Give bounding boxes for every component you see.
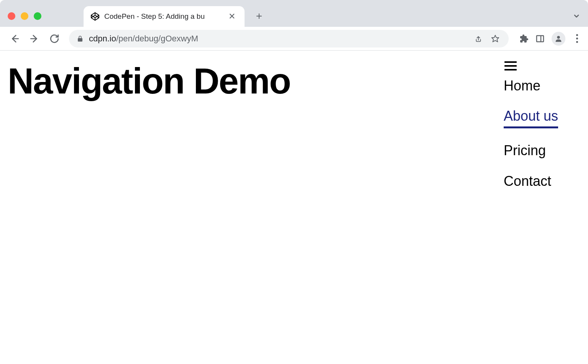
forward-button[interactable] (26, 30, 43, 47)
window-controls (8, 12, 41, 20)
browser-chrome: CodePen - Step 5: Adding a bu ✕ + (0, 0, 588, 51)
nav-link-contact[interactable]: Contact (504, 173, 551, 189)
minimize-window-button[interactable] (21, 12, 28, 20)
url-path: /pen/debug/gOexwyM (116, 34, 198, 44)
page-navigation: Home About us Pricing Contact (504, 61, 580, 203)
back-button[interactable] (6, 30, 23, 47)
side-panel-button[interactable] (535, 34, 545, 43)
nav-link-pricing[interactable]: Pricing (504, 142, 546, 159)
profile-button[interactable] (552, 32, 565, 46)
new-tab-button[interactable]: + (251, 8, 267, 24)
nav-link-home[interactable]: Home (504, 77, 540, 94)
url-text: cdpn.io/pen/debug/gOexwyM (89, 34, 467, 44)
nav-link-about-us[interactable]: About us (504, 108, 558, 128)
svg-marker-5 (492, 35, 499, 41)
close-tab-button[interactable]: ✕ (226, 11, 238, 22)
browser-menu-button[interactable] (572, 32, 582, 45)
browser-tab[interactable]: CodePen - Step 5: Adding a bu ✕ (84, 6, 245, 27)
tab-strip: CodePen - Step 5: Adding a bu ✕ + (0, 0, 588, 27)
url-domain: cdpn.io (89, 34, 116, 44)
page-content: Navigation Demo Home About us Pricing Co… (0, 51, 588, 214)
bookmark-button[interactable] (489, 33, 501, 44)
tab-title: CodePen - Step 5: Adding a bu (104, 12, 222, 21)
svg-rect-6 (537, 36, 544, 42)
share-button[interactable] (473, 33, 484, 44)
tab-overflow-button[interactable] (573, 12, 580, 21)
address-bar[interactable]: cdpn.io/pen/debug/gOexwyM (69, 30, 509, 48)
codepen-icon (90, 12, 100, 21)
reload-button[interactable] (46, 30, 63, 47)
page-main: Navigation Demo (8, 61, 504, 203)
lock-icon (77, 35, 84, 42)
page-title: Navigation Demo (8, 61, 504, 101)
browser-toolbar: cdpn.io/pen/debug/gOexwyM (0, 27, 588, 51)
extensions-button[interactable] (519, 34, 529, 43)
toolbar-actions (519, 32, 582, 46)
hamburger-menu-button[interactable] (504, 61, 517, 71)
maximize-window-button[interactable] (34, 12, 41, 20)
close-window-button[interactable] (8, 12, 15, 20)
svg-point-8 (557, 36, 560, 38)
